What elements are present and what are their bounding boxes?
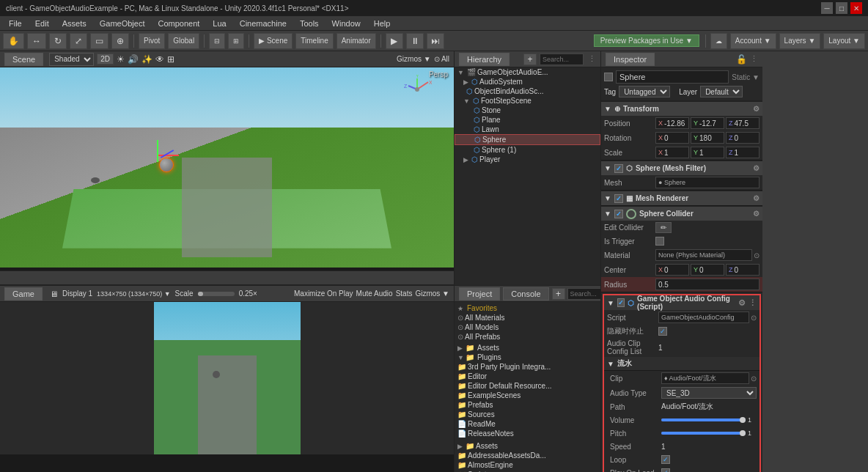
sphere-collider-settings[interactable]: ⚙	[753, 210, 760, 218]
loop-checkbox[interactable]: ✓	[661, 455, 670, 464]
menu-tools[interactable]: Tools	[294, 18, 325, 29]
project-sources[interactable]: 📁 Sources	[455, 410, 600, 419]
project-editor[interactable]: 📁 Editor	[455, 372, 600, 381]
audio-config-more[interactable]: ⋮	[749, 298, 757, 308]
hierarchy-item-sphere1[interactable]: ⬡ Sphere (1)	[455, 145, 600, 155]
tab-hierarchy[interactable]: Hierarchy	[459, 53, 510, 66]
tool-rotate[interactable]: ↻	[49, 33, 67, 49]
mesh-value[interactable]: ● Sphere	[655, 177, 760, 188]
audio-config-settings[interactable]: ⚙	[738, 298, 746, 308]
project-assets-header[interactable]: ▶ 📁 Assets	[455, 343, 600, 353]
hierarchy-add-button[interactable]: +	[523, 54, 537, 65]
transform-header[interactable]: ▼ ⊕ Transform ⚙	[601, 101, 762, 116]
pos-z-field[interactable]: Z47.5	[726, 117, 760, 129]
project-addressable[interactable]: 📁 AddressableAssetsDa...	[455, 451, 600, 460]
project-search[interactable]	[567, 288, 600, 300]
game-scale-slider[interactable]	[198, 292, 235, 296]
mesh-renderer-checkbox[interactable]: ✓	[614, 194, 623, 203]
play-button[interactable]: ▶	[386, 33, 403, 49]
mesh-filter-checkbox[interactable]: ✓	[614, 164, 623, 173]
menu-component[interactable]: Component	[152, 18, 205, 29]
tool-combo[interactable]: ⊕	[111, 33, 129, 49]
tab-project[interactable]: Project	[459, 287, 500, 300]
tag-select[interactable]: Untagged	[619, 86, 670, 97]
rot-z-field[interactable]: Z0	[726, 132, 760, 144]
tool-hand[interactable]: ✋	[3, 33, 24, 49]
project-all-materials[interactable]: ⊙ All Materials	[455, 313, 600, 322]
script-pick-icon[interactable]: ⊙	[751, 314, 757, 322]
timeline-tab-toolbar[interactable]: Timeline	[295, 33, 333, 49]
tool-scale[interactable]: ⤢	[70, 33, 87, 49]
scene-lighting-btn[interactable]: ☀	[117, 54, 125, 64]
hierarchy-item-audiosystem[interactable]: ▶ ⬡ AudioSystem	[455, 77, 600, 86]
tab-game[interactable]: Game	[4, 287, 43, 300]
project-example-scenes[interactable]: 📁 ExampleScenes	[455, 391, 600, 400]
audio-type-select[interactable]: SE_3D	[661, 387, 757, 399]
game-resolution-select[interactable]: 1334×750 (1334×750) ▼	[97, 290, 171, 298]
hierarchy-item-sphere[interactable]: ⬡ Sphere	[455, 134, 600, 145]
hierarchy-search[interactable]	[540, 54, 584, 65]
radius-field[interactable]: 0.5	[655, 279, 760, 290]
project-favorites-header[interactable]: ★ Favorites	[455, 303, 600, 313]
clip-pick-icon[interactable]: ⊙	[751, 375, 757, 383]
animator-tab-toolbar[interactable]: Animator	[336, 33, 376, 49]
layout-button[interactable]: Layout ▼	[823, 33, 865, 49]
gizmos-select[interactable]: Gizmos ▼	[397, 55, 431, 63]
stats-btn[interactable]: Stats	[396, 290, 413, 298]
menu-file[interactable]: File	[3, 18, 28, 29]
play-on-load-checkbox[interactable]: ✓	[661, 468, 670, 472]
hierarchy-item-stone[interactable]: ⬡ Stone	[455, 106, 600, 115]
hierarchy-item-lawn[interactable]: ⬡ Lawn	[455, 125, 600, 134]
hide-stop-checkbox[interactable]: ✓	[658, 327, 667, 336]
close-button[interactable]: ✕	[850, 2, 862, 14]
center-z-field[interactable]: Z0	[726, 264, 760, 276]
pitch-slider[interactable]: 1	[661, 429, 757, 437]
center-y-field[interactable]: Y0	[691, 264, 724, 276]
audio-config-checkbox[interactable]: ✓	[617, 298, 625, 307]
scene-2d-button[interactable]: 2D	[97, 54, 114, 64]
obj-name-field[interactable]	[616, 70, 729, 84]
scale-y-field[interactable]: Y1	[691, 147, 724, 158]
layers-button[interactable]: Layers ▼	[779, 33, 821, 49]
audio-config-header[interactable]: ▼ ✓ ⬡ Game Object Audio Config (Script) …	[604, 295, 760, 310]
hierarchy-item-footstep[interactable]: ▼ ⬡ FootStepScene	[455, 96, 600, 106]
tool-rect[interactable]: ▭	[90, 33, 108, 49]
sphere-collider-checkbox[interactable]: ✓	[614, 210, 623, 218]
script-value[interactable]: GameObjectAudioConfig	[658, 311, 749, 323]
layer-select[interactable]: Default	[700, 86, 743, 97]
pos-x-field[interactable]: X-12.86	[655, 117, 689, 129]
game-display-select[interactable]: Display 1	[62, 290, 92, 298]
pivot-button[interactable]: Pivot	[139, 33, 165, 49]
step-button[interactable]: ⏭	[427, 33, 444, 49]
scene-tab-toolbar[interactable]: ▶ Scene	[254, 33, 293, 49]
mute-audio-btn[interactable]: Mute Audio	[356, 290, 393, 298]
menu-cinemachine[interactable]: Cinemachine	[234, 18, 293, 29]
scene-fx-btn[interactable]: ✨	[141, 54, 152, 64]
menu-edit[interactable]: Edit	[29, 18, 55, 29]
mesh-filter-settings[interactable]: ⚙	[753, 164, 760, 172]
project-plugins-header[interactable]: ▼ 📁 Plugins	[455, 353, 600, 362]
tool-move[interactable]: ↔	[27, 33, 46, 49]
mesh-renderer-header[interactable]: ▼ ✓ ▦ Mesh Renderer ⚙	[601, 191, 762, 205]
maximize-button[interactable]: □	[836, 2, 847, 14]
menu-lua[interactable]: Lua	[207, 18, 232, 29]
project-almost-engine[interactable]: 📁 AlmostEngine	[455, 460, 600, 470]
game-viewport[interactable]	[0, 302, 454, 454]
stream-header[interactable]: ▼ 流水	[604, 357, 760, 371]
rot-y-field[interactable]: Y180	[691, 132, 724, 144]
hierarchy-item-player[interactable]: ▶ ⬡ Player	[455, 155, 600, 164]
inspector-lock-btn[interactable]: 🔓	[736, 54, 747, 64]
scene-grid-btn[interactable]: ⊞	[167, 54, 174, 64]
mesh-filter-header[interactable]: ▼ ✓ ⬡ Sphere (Mesh Filter) ⚙	[601, 161, 762, 175]
project-all-prefabs[interactable]: ⊙ All Prefabs	[455, 332, 600, 342]
project-add-btn[interactable]: +	[552, 288, 565, 300]
hierarchy-item-plane[interactable]: ⬡ Plane	[455, 115, 600, 125]
project-prefabs[interactable]: 📁 Prefabs	[455, 400, 600, 410]
snap-button[interactable]: ⊟	[209, 33, 225, 49]
preview-packages-button[interactable]: Preview Packages in Use ▼	[594, 34, 699, 47]
material-value[interactable]: None (Physic Material)	[655, 249, 752, 261]
tab-console[interactable]: Console	[503, 287, 548, 300]
hierarchy-item-scene[interactable]: ▼ 🎬 GameObjectAudioE...	[455, 67, 600, 77]
edit-collider-btn[interactable]: ✏	[655, 222, 672, 233]
clip-value[interactable]: ♦ Audio/Foot/流水	[661, 372, 749, 384]
